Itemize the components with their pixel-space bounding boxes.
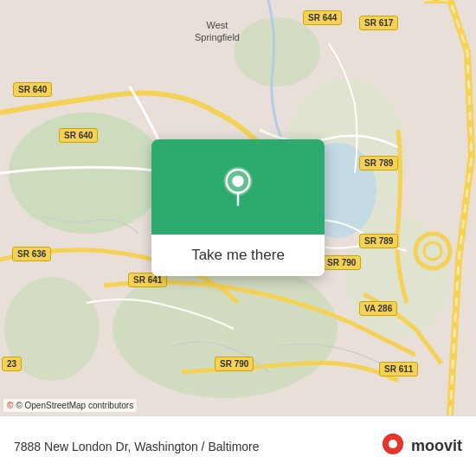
osm-text: © OpenStreetMap contributors <box>16 401 133 410</box>
moovit-logo-text: moovit <box>411 437 462 455</box>
road-label-sr636: SR 636 <box>12 247 51 261</box>
road-label-sr790-2: SR 790 <box>322 255 361 270</box>
road-label-va286: VA 286 <box>359 301 397 316</box>
osm-attribution: © © OpenStreetMap contributors <box>3 399 137 412</box>
place-label-west-springfield: WestSpringfield <box>195 19 240 44</box>
svg-point-6 <box>234 17 320 87</box>
svg-point-14 <box>389 440 397 448</box>
map-container: SR 640 SR 640 SR 636 SR 641 SR 790 SR 79… <box>0 0 476 415</box>
cta-button-label: Take me there <box>191 247 285 263</box>
cta-card: Take me there <box>151 139 325 276</box>
cta-card-header <box>151 139 325 235</box>
bottom-bar: 7888 New London Dr, Washington / Baltimo… <box>0 415 476 476</box>
road-label-sr644: SR 644 <box>303 10 342 25</box>
road-label-sr640-2: SR 640 <box>59 128 98 143</box>
svg-point-12 <box>232 176 243 187</box>
road-label-sr789-1: SR 789 <box>359 156 398 170</box>
road-label-sr617: SR 617 <box>359 16 398 30</box>
road-label-sr640-1: SR 640 <box>13 82 52 97</box>
road-label-sr611: SR 611 <box>379 362 418 376</box>
osm-icon: © <box>7 401 13 410</box>
moovit-logo-icon <box>378 432 408 461</box>
road-label-sr790-1: SR 790 <box>215 357 254 371</box>
road-label-sr789-2: SR 789 <box>359 234 398 248</box>
map-pin-icon <box>216 165 260 209</box>
moovit-logo: moovit <box>378 432 462 461</box>
cta-button-area[interactable]: Take me there <box>151 235 325 276</box>
address-text: 7888 New London Dr, Washington / Baltimo… <box>14 440 260 453</box>
road-label-23: 23 <box>2 357 22 371</box>
